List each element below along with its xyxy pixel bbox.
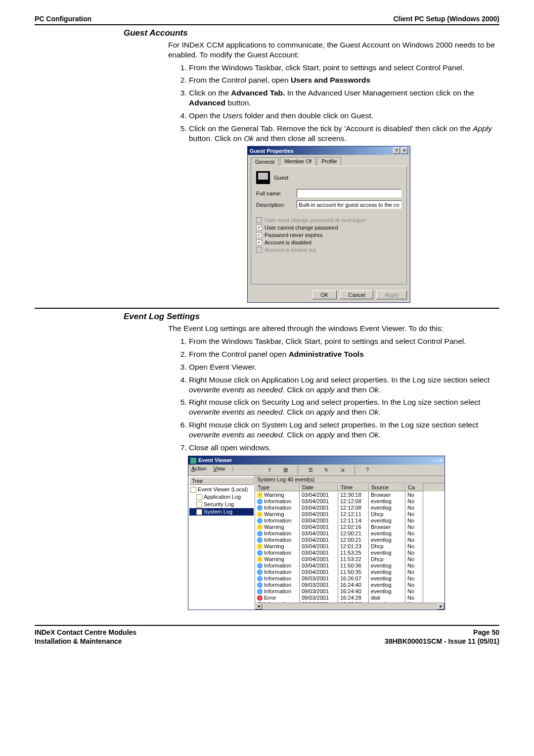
- step-italic: overwrite events as needed: [189, 430, 283, 439]
- scrollbar-h[interactable]: ◄ ►: [255, 603, 445, 610]
- help-button[interactable]: ?: [393, 147, 400, 154]
- menu-view[interactable]: View: [214, 466, 225, 474]
- list-row[interactable]: !Warning03/04/200111:53:22DhcpNo: [255, 556, 445, 562]
- titlebar[interactable]: Guest Properties ? ×: [248, 146, 410, 155]
- tab-body: Guest Full name: Description: User must …: [251, 166, 407, 284]
- guest-icon: [256, 171, 270, 184]
- list-row[interactable]: iInformation03/04/200112:00:21eventlogNo: [255, 530, 445, 536]
- maximize-button[interactable]: □: [435, 457, 439, 463]
- close-button[interactable]: ×: [440, 457, 443, 463]
- tree-item-security[interactable]: Security Log: [189, 501, 254, 508]
- toolbar-help-icon[interactable]: ?: [363, 466, 372, 474]
- step-italic: overwrite events as needed: [189, 385, 283, 394]
- fullname-input[interactable]: [297, 189, 401, 197]
- warning-icon: !: [257, 492, 263, 497]
- list-row[interactable]: iInformation09/03/200116:24:40eventlogNo: [255, 588, 445, 594]
- step: Click on the General Tab. Remove the tic…: [189, 124, 499, 143]
- col-category[interactable]: Ca: [405, 483, 423, 491]
- tab-general[interactable]: General: [251, 157, 279, 166]
- warning-icon: !: [257, 544, 263, 549]
- tab-memberof[interactable]: Member Of: [280, 157, 316, 166]
- list-row[interactable]: !Warning03/04/200112:30:18BrowserNo: [255, 491, 445, 498]
- step-text: Close all open windows.: [189, 443, 271, 452]
- check-disabled[interactable]: ✓Account is disabled: [256, 239, 401, 245]
- step-text: and then close all screens.: [254, 134, 347, 142]
- toolbar-show-icon[interactable]: ▥: [281, 466, 290, 474]
- log-icon: [196, 502, 202, 508]
- toolbar-prop-icon[interactable]: ☰: [306, 466, 315, 474]
- check-cannotchange[interactable]: ✓User cannot change password: [256, 225, 401, 231]
- info-icon: i: [257, 505, 263, 510]
- step-italic: Apply: [473, 124, 492, 133]
- checkbox-icon[interactable]: ✓: [256, 225, 262, 231]
- back-arrow-icon[interactable]: ←: [240, 466, 246, 474]
- list-row[interactable]: iInformation03/04/200112:11:14eventlogNo: [255, 517, 445, 523]
- step-italic: Ok: [369, 430, 379, 439]
- col-date[interactable]: Date: [300, 483, 338, 491]
- step-text: From the Windows Taskbar, click Start, p…: [189, 63, 464, 72]
- list-row[interactable]: iInformation03/04/200111:50:36eventlogNo: [255, 562, 445, 568]
- list-row[interactable]: !Warning03/04/200112:12:11DhcpNo: [255, 511, 445, 517]
- tree-label: Security Log: [204, 501, 234, 507]
- titlebar[interactable]: Event Viewer – □ ×: [188, 456, 445, 465]
- step: From the Control panel, open Users and P…: [189, 75, 499, 85]
- list-row[interactable]: iInformation09/03/200116:26:07eventlogNo: [255, 575, 445, 581]
- scroll-left-icon[interactable]: ◄: [255, 603, 262, 610]
- scroll-right-icon[interactable]: ►: [438, 603, 445, 610]
- tree-label: System Log: [204, 509, 232, 515]
- col-type[interactable]: Type: [255, 483, 300, 491]
- tree-label: Application Log: [204, 494, 241, 500]
- list-row[interactable]: iInformation03/04/200111:50:35eventlogNo: [255, 568, 445, 575]
- step-bold: Advanced: [189, 98, 225, 107]
- list-row[interactable]: iInformation09/03/200116:24:40eventlogNo: [255, 581, 445, 588]
- checkbox-icon[interactable]: ✓: [256, 232, 262, 238]
- check-mustchange: User must change password at next logon: [256, 217, 401, 223]
- book-icon: [190, 487, 196, 493]
- description-input[interactable]: [297, 200, 401, 209]
- toolbar-up-icon[interactable]: ⇧: [265, 466, 274, 474]
- list-row[interactable]: iInformation03/04/200112:12:08eventlogNo: [255, 504, 445, 511]
- check-label: Account is disabled: [265, 239, 312, 245]
- list-row[interactable]: !Warning03/04/200112:01:23DhcpNo: [255, 543, 445, 549]
- warning-icon: !: [257, 512, 263, 517]
- toolbar-refresh-icon[interactable]: ↻: [322, 466, 331, 474]
- window-title: Event Viewer: [198, 457, 232, 463]
- step-italic: apply: [316, 385, 335, 394]
- check-neverexpire[interactable]: ✓Password never expires: [256, 232, 401, 238]
- tree-root[interactable]: Event Viewer (Local): [189, 486, 254, 493]
- checkbox-icon[interactable]: ✓: [256, 239, 262, 245]
- col-time[interactable]: Time: [338, 483, 369, 491]
- list-body[interactable]: !Warning03/04/200112:30:18BrowserNoiInfo…: [255, 491, 445, 603]
- list-row[interactable]: !Warning03/04/200112:02:16BrowserNo: [255, 523, 445, 530]
- tab-profile[interactable]: Profile: [317, 157, 341, 166]
- menu-bar: AActionction View | ← → ⇧ ▥ ☰ ↻ ⇲ ?: [188, 465, 445, 476]
- step-text: folder and then double click on Guest.: [243, 111, 374, 120]
- window-title: Guest Properties: [250, 148, 294, 154]
- step-text: Right Mouse click on Application Log and…: [189, 376, 490, 384]
- col-source[interactable]: Source: [369, 483, 405, 491]
- close-button[interactable]: ×: [401, 147, 408, 154]
- warning-icon: !: [257, 524, 263, 529]
- toolbar-export-icon[interactable]: ⇲: [338, 466, 347, 474]
- step-text: button. Click on: [189, 134, 244, 142]
- list-row[interactable]: iInformation03/04/200112:00:21eventlogNo: [255, 536, 445, 543]
- forward-arrow-icon[interactable]: →: [253, 466, 258, 474]
- log-icon: [196, 509, 202, 515]
- step: From the Windows Taskbar, Click Start, p…: [189, 336, 499, 346]
- list-row[interactable]: iInformation03/04/200112:12:08eventlogNo: [255, 498, 445, 504]
- description-label: Description:: [256, 202, 291, 208]
- ok-button[interactable]: OK: [312, 290, 337, 299]
- cancel-button[interactable]: Cancel: [340, 290, 373, 299]
- event-viewer-window: Event Viewer – □ × AActionction View | ←…: [188, 456, 445, 610]
- step-text: From the Windows Taskbar, Click Start, p…: [189, 337, 466, 345]
- step-italic: overwrite events as needed: [189, 408, 283, 416]
- tree-item-system[interactable]: System Log: [189, 508, 254, 516]
- tree-item-application[interactable]: Application Log: [189, 493, 254, 501]
- step: Right mouse click on System Log and sele…: [189, 420, 499, 440]
- apply-button[interactable]: Apply: [376, 290, 407, 299]
- minimize-button[interactable]: –: [431, 457, 434, 463]
- menu-action[interactable]: AActionction: [191, 466, 207, 474]
- list-row[interactable]: ×Error09/03/200116:24:28diskNo: [255, 594, 445, 601]
- header-left: PC Configuration: [35, 15, 91, 23]
- list-row[interactable]: iInformation03/04/200111:53:25eventlogNo: [255, 549, 445, 556]
